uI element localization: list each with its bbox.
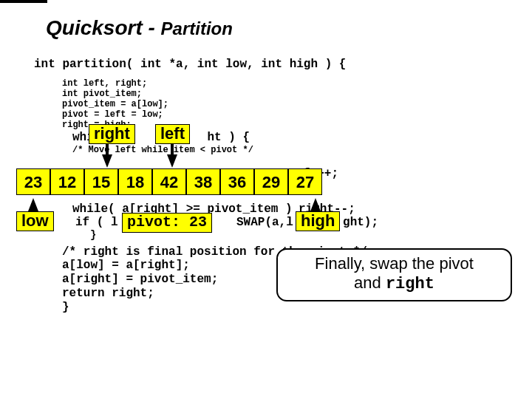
arrow-right-down-icon [102,154,112,168]
array-cell: 29 [254,168,288,195]
label-right: right [89,124,135,144]
callout-box: Finally, swap the pivot and right [276,248,512,301]
array-cell: 27 [288,168,322,195]
label-high: high [296,211,340,231]
array-cell: 12 [50,168,84,195]
code-swap-a: if ( l [75,216,118,229]
array-cell: 23 [16,168,50,195]
code-inner-brace: } [90,229,96,241]
title-sub: Partition [161,18,233,38]
title-main: Quicksort - [46,16,161,39]
code-declarations: int left, right; int pivot_item; pivot_i… [62,78,168,130]
slide-title: Quicksort - Partition [46,16,233,40]
array-row: 23 12 15 18 42 38 36 29 27 [16,168,322,195]
array-cell: 42 [152,168,186,195]
callout-right-code: right [386,275,434,293]
code-comment-move: /* Move left while item < pivot */ [72,145,253,155]
label-left: left [155,124,190,144]
label-low: low [16,211,54,231]
array-cell: 36 [220,168,254,195]
arrow-low-up-icon [28,198,38,211]
array-cell: 18 [118,168,152,195]
array-cell: 38 [186,168,220,195]
label-pivot: pivot: 23 [122,213,212,233]
arrow-left-down-icon [167,154,177,168]
callout-line1: Finally, swap the pivot [315,254,474,273]
callout-line2a: and [354,273,386,292]
array-cell: 15 [84,168,118,195]
code-rest: a[low] = a[right]; a[right] = pivot_item… [62,259,218,315]
code-signature: int partition( int *a, int low, int high… [34,58,346,71]
arrow-curve [0,0,47,3]
arrow-high-up-icon [310,198,321,211]
